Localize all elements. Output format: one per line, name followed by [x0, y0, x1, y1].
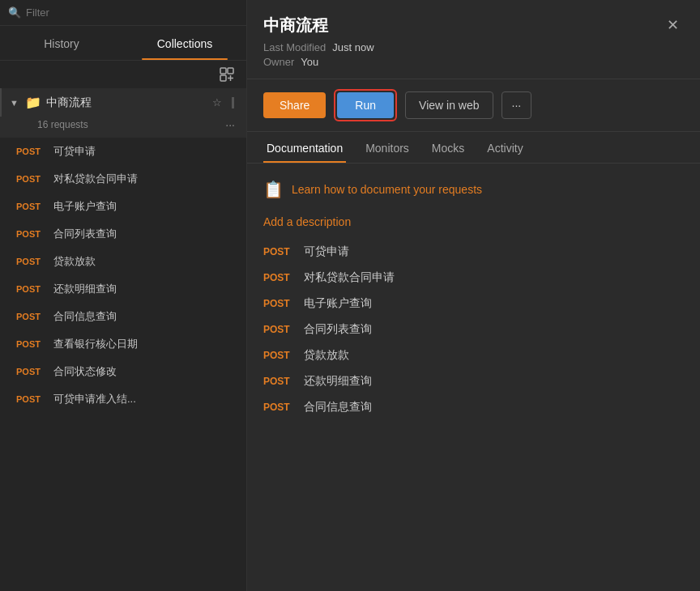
method-badge: POST: [16, 174, 45, 184]
endpoint-name: 可贷申请: [304, 244, 349, 259]
panel-title: 中商流程: [263, 15, 662, 36]
endpoint-method: POST: [263, 350, 294, 361]
endpoint-item[interactable]: POST 合同信息查询: [263, 400, 684, 415]
endpoint-item[interactable]: POST 还款明细查询: [263, 374, 684, 389]
run-button-wrapper: Run: [334, 89, 397, 121]
request-name: 合同信息查询: [53, 309, 117, 324]
tab-history[interactable]: History: [0, 26, 123, 60]
method-badge: POST: [16, 312, 45, 321]
folder-icon: 📁: [25, 95, 41, 110]
sidebar: 🔍 History Collections ▼ 📁 中商流程 ☆: [0, 0, 247, 591]
content-tabs: Documentation Monitors Mocks Activity: [247, 132, 700, 164]
svg-rect-0: [220, 68, 226, 74]
method-badge: POST: [16, 367, 45, 376]
search-input[interactable]: [26, 6, 238, 19]
action-bar: Share Run View in web ···: [247, 79, 700, 132]
list-item[interactable]: POST 可贷申请: [0, 138, 246, 165]
owner-label: Owner: [263, 56, 294, 68]
endpoint-name: 贷款放款: [304, 348, 349, 363]
svg-rect-1: [228, 68, 233, 74]
search-icon: 🔍: [8, 6, 21, 19]
learn-banner[interactable]: 📋 Learn how to document your requests: [263, 176, 684, 202]
svg-rect-2: [220, 75, 226, 81]
request-name: 可贷申请准入结...: [53, 392, 136, 406]
doc-icon: 📋: [263, 180, 284, 199]
endpoint-method: POST: [263, 402, 294, 413]
main-panel: 中商流程 Last Modified Just now Owner You ✕ …: [247, 0, 700, 591]
request-name: 电子账户查询: [53, 199, 117, 214]
endpoint-item[interactable]: POST 合同列表查询: [263, 322, 684, 337]
owner-row: Owner You: [263, 56, 662, 68]
request-list: POST 可贷申请 POST 对私贷款合同申请 POST 电子账户查询 POST…: [0, 138, 246, 591]
sidebar-toolbar: [0, 61, 246, 88]
endpoint-method: POST: [263, 246, 294, 257]
endpoint-item[interactable]: POST 贷款放款: [263, 348, 684, 363]
learn-text[interactable]: Learn how to document your requests: [292, 183, 482, 196]
method-badge: POST: [16, 147, 45, 156]
collection-name: 中商流程: [46, 96, 204, 110]
endpoint-name: 电子账户查询: [304, 296, 372, 311]
endpoint-item[interactable]: POST 可贷申请: [263, 244, 684, 259]
tab-documentation[interactable]: Documentation: [263, 132, 346, 163]
list-item[interactable]: POST 对私贷款合同申请: [0, 165, 246, 193]
list-item[interactable]: POST 贷款放款: [0, 248, 246, 275]
run-button[interactable]: Run: [337, 92, 394, 118]
request-name: 查看银行核心日期: [53, 337, 138, 351]
add-collection-button[interactable]: [216, 66, 238, 83]
drag-handle-icon: [232, 97, 238, 108]
more-options-button[interactable]: ···: [502, 91, 532, 119]
content-body: 📋 Learn how to document your requests Ad…: [247, 164, 700, 591]
tab-monitors[interactable]: Monitors: [362, 132, 412, 163]
list-item[interactable]: POST 电子账户查询: [0, 193, 246, 220]
add-collection-icon: [220, 67, 234, 82]
list-item[interactable]: POST 合同状态修改: [0, 358, 246, 385]
endpoint-method: POST: [263, 272, 294, 283]
add-description-link[interactable]: Add a description: [263, 215, 684, 228]
close-button[interactable]: ✕: [662, 15, 684, 36]
collection-more-button[interactable]: ···: [222, 118, 238, 131]
endpoint-item[interactable]: POST 电子账户查询: [263, 296, 684, 311]
list-item[interactable]: POST 查看银行核心日期: [0, 330, 246, 358]
sidebar-tabs: History Collections: [0, 26, 246, 61]
endpoint-method: POST: [263, 324, 294, 335]
endpoint-method: POST: [263, 298, 294, 309]
panel-title-section: 中商流程 Last Modified Just now Owner You: [263, 15, 662, 70]
request-name: 贷款放款: [53, 254, 96, 269]
request-name: 可贷申请: [53, 144, 96, 159]
search-bar: 🔍: [0, 0, 246, 26]
list-item[interactable]: POST 可贷申请准入结...: [0, 385, 246, 413]
method-badge: POST: [16, 394, 45, 404]
request-name: 合同列表查询: [53, 227, 117, 241]
endpoint-item[interactable]: POST 对私贷款合同申请: [263, 270, 684, 285]
tab-mocks[interactable]: Mocks: [429, 132, 467, 163]
endpoint-name: 还款明细查询: [304, 374, 372, 389]
star-icon[interactable]: ☆: [212, 96, 222, 108]
endpoint-name: 合同信息查询: [304, 400, 372, 415]
endpoint-list: POST 可贷申请 POST 对私贷款合同申请 POST 电子账户查询 POST…: [263, 244, 684, 415]
method-badge: POST: [16, 257, 45, 266]
request-name: 还款明细查询: [53, 282, 117, 296]
endpoint-name: 对私贷款合同申请: [304, 270, 395, 285]
collection-header[interactable]: ▼ 📁 中商流程 ☆: [0, 88, 246, 117]
panel-header: 中商流程 Last Modified Just now Owner You ✕: [247, 0, 700, 79]
endpoint-name: 合同列表查询: [304, 322, 372, 337]
tab-activity[interactable]: Activity: [484, 132, 526, 163]
collapse-arrow-icon: ▼: [10, 98, 19, 108]
tab-collections[interactable]: Collections: [123, 26, 246, 60]
view-in-web-button[interactable]: View in web: [405, 91, 493, 119]
list-item[interactable]: POST 还款明细查询: [0, 275, 246, 303]
list-item[interactable]: POST 合同信息查询: [0, 303, 246, 330]
list-item[interactable]: POST 合同列表查询: [0, 220, 246, 248]
method-badge: POST: [16, 284, 45, 294]
owner-value: You: [301, 56, 318, 68]
request-name: 对私贷款合同申请: [53, 172, 138, 186]
collection-subtitle: 16 requests ···: [0, 117, 246, 138]
method-badge: POST: [16, 202, 45, 211]
last-modified-value: Just now: [332, 41, 373, 53]
method-badge: POST: [16, 339, 45, 349]
endpoint-method: POST: [263, 376, 294, 387]
request-name: 合同状态修改: [53, 364, 117, 379]
share-button[interactable]: Share: [263, 92, 326, 118]
last-modified-row: Last Modified Just now: [263, 41, 662, 53]
method-badge: POST: [16, 229, 45, 239]
